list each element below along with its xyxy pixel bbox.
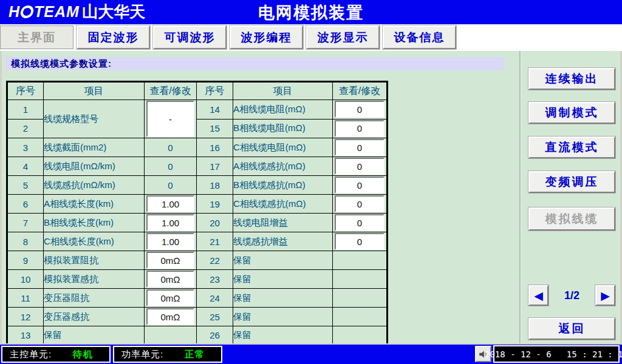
row-item: A相线缆长度(km) [44, 195, 145, 214]
value-cell: 0 [333, 157, 388, 176]
value-cell: 0 [333, 100, 388, 120]
row-item: 线缆感抗(mΩ/km) [44, 176, 145, 195]
section-title: 模拟线缆模式参数设置: [5, 57, 505, 70]
value-cell: 0mΩ [145, 308, 197, 326]
row-item: B相线缆感抗(mΩ) [233, 176, 333, 195]
value-field[interactable]: 0 [335, 195, 384, 212]
table-row: 5线缆感抗(mΩ/km)018B相线缆感抗(mΩ)0 [7, 176, 388, 195]
row-number: 16 [197, 138, 233, 157]
row-item: C相线缆感抗(mΩ) [233, 195, 333, 214]
row-number: 6 [7, 195, 44, 214]
value-field[interactable]: 0 [335, 120, 384, 137]
row-item: A相线缆电阻(mΩ) [233, 100, 333, 120]
value-cell: 0mΩ [145, 270, 197, 289]
right-arrow-icon: ▶ [601, 289, 610, 303]
value-cell: 0 [145, 157, 197, 176]
page-navigator: ◀ 1/2 ▶ [521, 285, 622, 306]
table-row: 6A相线缆长度(km)1.0019C相线缆感抗(mΩ)0 [7, 195, 388, 214]
row-number: 14 [197, 100, 233, 120]
value-cell [333, 326, 388, 345]
row-number: 2 [7, 119, 44, 138]
row-number: 7 [7, 214, 44, 232]
table-row: 8C相线缆长度(km)1.0021线缆感抗增益0 [7, 232, 388, 251]
row-item: 线缆感抗增益 [233, 232, 333, 251]
value-cell [333, 270, 388, 289]
page-next-button[interactable]: ▶ [595, 285, 615, 306]
value-cell: 1.00 [145, 214, 197, 232]
value-cell: 0 [333, 195, 388, 214]
value-cell: 0 [333, 232, 388, 251]
row-item: 变压器阻抗 [44, 289, 145, 308]
page-indicator: 1/2 [549, 285, 595, 306]
row-item: 线缆电阻(mΩ/km) [44, 157, 145, 176]
value-cell [333, 289, 388, 308]
row-item: 线缆截面(mm2) [44, 138, 145, 157]
value-field[interactable]: 0 [335, 158, 384, 175]
row-number: 25 [197, 308, 233, 326]
back-button[interactable]: 返回 [528, 318, 615, 340]
value-field[interactable]: 1.00 [146, 214, 194, 231]
page-title: 电网模拟装置 [0, 2, 622, 24]
parameter-table: 序号项目查看/修改序号项目查看/修改 1线缆规格型号-14A相线缆电阻(mΩ)0… [6, 81, 388, 345]
btn-modulation-mode[interactable]: 调制模式 [528, 102, 615, 124]
value-field[interactable]: 0 [335, 177, 384, 194]
tab-waveform-display[interactable]: 波形显示 [306, 25, 380, 49]
row-number: 5 [7, 176, 44, 195]
left-arrow-icon: ◀ [534, 289, 543, 303]
tab-fixed-waveform[interactable]: 固定波形 [77, 25, 150, 49]
btn-continuous-output[interactable]: 连续输出 [528, 68, 615, 90]
table-row: 3线缆截面(mm2)016C相线缆电阻(mΩ)0 [7, 138, 388, 157]
row-item: 变压器感抗 [44, 308, 145, 326]
value-field[interactable]: 0mΩ [146, 289, 194, 306]
row-item: B相线缆电阻(mΩ) [233, 119, 333, 138]
value-cell: 0 [333, 119, 388, 138]
titlebar: HTEAM 山大华天 电网模拟装置 [0, 0, 622, 23]
row-number: 10 [7, 270, 44, 289]
power-unit-value: 正常 [185, 349, 205, 360]
column-header: 项目 [44, 82, 145, 100]
value-cell: 1.00 [145, 232, 197, 251]
value-cell: 0 [333, 214, 388, 232]
row-number: 21 [197, 232, 233, 251]
row-item: 模拟装置阻抗 [44, 251, 145, 270]
value-field[interactable]: 1.00 [146, 233, 194, 250]
btn-dc-mode[interactable]: 直流模式 [528, 136, 615, 158]
row-item: 保留 [233, 326, 333, 345]
btn-simulated-cable: 模拟线缆 [528, 207, 615, 231]
row-number: 26 [197, 326, 233, 345]
value-cell: 0 [145, 138, 197, 157]
value-field[interactable]: 0mΩ [146, 252, 194, 269]
sidebar: ◀ 1/2 ▶ 返回 连续输出调制模式直流模式变频调压模拟线缆 [521, 51, 622, 345]
table-row: 12变压器感抗0mΩ25保留 [7, 308, 388, 326]
value-cell [333, 251, 388, 270]
row-item: 保留 [233, 308, 333, 326]
row-number: 17 [197, 157, 233, 176]
row-number: 19 [197, 195, 233, 214]
value-field[interactable]: 0 [335, 139, 384, 156]
content-area: 模拟线缆模式参数设置: 序号项目查看/修改序号项目查看/修改 1线缆规格型号-1… [0, 51, 622, 345]
tab-device-info[interactable]: 设备信息 [383, 25, 456, 49]
row-item: 模拟装置感抗 [44, 270, 145, 289]
value-field[interactable]: 0mΩ [146, 308, 194, 325]
value-cell: 0 [333, 138, 388, 157]
main-area: 模拟线缆模式参数设置: 序号项目查看/修改序号项目查看/修改 1线缆规格型号-1… [2, 51, 519, 345]
value-cell: 0mΩ [145, 289, 197, 308]
row-item: 保留 [44, 326, 145, 345]
tab-waveform-programming[interactable]: 波形编程 [230, 25, 303, 49]
tab-main-interface[interactable]: 主界面 [0, 25, 73, 49]
value-field[interactable]: 1.00 [146, 195, 194, 212]
row-number: 11 [7, 289, 44, 308]
table-row: 7B相线缆长度(km)1.0020线缆电阻增益0 [7, 214, 388, 232]
table-row: 13保留26保留 [7, 326, 388, 345]
row-number: 18 [197, 176, 233, 195]
value-field[interactable]: 0 [335, 214, 384, 231]
tab-adjustable-waveform[interactable]: 可调波形 [153, 25, 227, 49]
value-field[interactable]: 0 [335, 233, 384, 250]
value-field[interactable]: - [146, 101, 194, 137]
datetime-display: 2018 - 12 - 6 15 : 21 : 19 [493, 345, 620, 363]
page-prev-button[interactable]: ◀ [528, 285, 549, 306]
value-field[interactable]: 0mΩ [146, 271, 194, 288]
row-number: 23 [197, 270, 233, 289]
value-field[interactable]: 0 [335, 101, 384, 118]
btn-var-freq-voltage[interactable]: 变频调压 [528, 171, 615, 193]
